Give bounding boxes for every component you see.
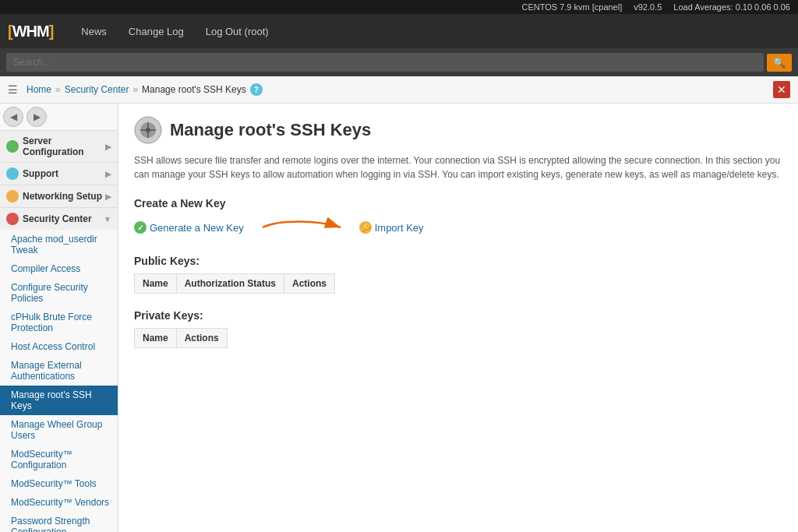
sidebar: ◀ ▶ Server Configuration ▶ Support ▶ Net… bbox=[0, 104, 118, 532]
main-layout: ◀ ▶ Server Configuration ▶ Support ▶ Net… bbox=[0, 104, 798, 532]
close-button[interactable]: ✕ bbox=[773, 81, 790, 98]
private-keys-section: Private Keys: Name Actions bbox=[134, 309, 782, 348]
sidebar-item-manage-external-authentications[interactable]: Manage External Authentications bbox=[0, 356, 118, 386]
nav-logout[interactable]: Log Out (root) bbox=[195, 14, 280, 48]
sidebar-section-header-server-config[interactable]: Server Configuration ▶ bbox=[0, 131, 118, 162]
sidebar-section-label-security: Security Center bbox=[23, 213, 92, 224]
breadcrumb-sep-2: » bbox=[132, 84, 138, 95]
import-key-link[interactable]: 🔑 Import Key bbox=[359, 221, 424, 234]
generate-key-link[interactable]: ✓ Generate a New Key bbox=[134, 221, 244, 234]
sidebar-item-cphulk-brute-force-protection[interactable]: cPHulk Brute Force Protection bbox=[0, 308, 118, 337]
sidebar-section-security: Security Center ▼ Apache mod_userdir Twe… bbox=[0, 208, 118, 532]
nav-news[interactable]: News bbox=[70, 14, 118, 48]
sidebar-item-apache-mod-userdir-tweak[interactable]: Apache mod_userdir Tweak bbox=[0, 230, 118, 259]
server-config-icon bbox=[6, 140, 19, 153]
arrow-annotation bbox=[255, 216, 348, 239]
import-label: Import Key bbox=[375, 222, 424, 234]
sidebar-back-button[interactable]: ◀ bbox=[3, 107, 23, 127]
sidebar-item-manage-root-s-ssh-keys[interactable]: Manage root's SSH Keys bbox=[0, 386, 118, 415]
logo: [WHM] bbox=[8, 23, 62, 41]
search-icon: 🔍 bbox=[773, 57, 786, 69]
security-icon bbox=[6, 213, 19, 225]
sidebar-arrow-security: ▼ bbox=[104, 215, 111, 224]
generate-icon: ✓ bbox=[134, 221, 147, 234]
server-info: CENTOS 7.9 kvm [cpanel] bbox=[521, 2, 622, 12]
logo-text: WHM bbox=[12, 23, 49, 40]
logo-bracket-right: ] bbox=[49, 23, 54, 40]
content-area: Manage root's SSH Keys SSH allows secure… bbox=[118, 104, 798, 532]
sidebar-item-manage-wheel-group-users[interactable]: Manage Wheel Group Users bbox=[0, 415, 118, 445]
sidebar-section-label-server-config: Server Configuration bbox=[23, 136, 105, 157]
private-table-col-name: Name bbox=[135, 329, 177, 348]
import-icon: 🔑 bbox=[359, 221, 372, 234]
page-header: Manage root's SSH Keys bbox=[134, 116, 782, 144]
breadcrumb-home[interactable]: Home bbox=[26, 84, 51, 95]
support-icon bbox=[6, 167, 19, 180]
sidebar-item-password-strength-configuration[interactable]: Password Strength Configuration bbox=[0, 512, 118, 532]
sidebar-section-header-networking[interactable]: Networking Setup ▶ bbox=[0, 185, 118, 207]
nav-links: News Change Log Log Out (root) bbox=[70, 14, 279, 48]
page-icon bbox=[134, 116, 162, 144]
sidebar-forward-button[interactable]: ▶ bbox=[26, 107, 47, 127]
sidebar-arrow-support: ▶ bbox=[105, 170, 111, 178]
sidebar-section-server-config: Server Configuration ▶ bbox=[0, 131, 118, 163]
sidebar-section-header-support[interactable]: Support ▶ bbox=[0, 163, 118, 185]
sidebar-item-modsecurity-vendors[interactable]: ModSecurity™ Vendors bbox=[0, 493, 118, 512]
page-title: Manage root's SSH Keys bbox=[170, 120, 371, 140]
breadcrumb-current: Manage root's SSH Keys bbox=[142, 84, 246, 95]
generate-label: Generate a New Key bbox=[150, 222, 244, 234]
public-table-col-auth: Authorization Status bbox=[176, 274, 284, 294]
header: [WHM] News Change Log Log Out (root) bbox=[0, 14, 798, 48]
breadcrumb-bar: ☰ Home » Security Center » Manage root's… bbox=[0, 76, 798, 104]
page-description: SSH allows secure file transfer and remo… bbox=[134, 153, 782, 181]
nav-changelog[interactable]: Change Log bbox=[118, 14, 195, 48]
sidebar-arrow-server-config: ▶ bbox=[105, 143, 111, 151]
create-section-title: Create a New Key bbox=[134, 197, 782, 210]
public-table-col-actions: Actions bbox=[284, 274, 335, 294]
search-bar: 🔍 bbox=[0, 48, 798, 76]
public-keys-table: Name Authorization Status Actions bbox=[134, 273, 335, 294]
sidebar-item-modsecurity-configuration[interactable]: ModSecurity™ Configuration bbox=[0, 445, 118, 474]
search-button[interactable]: 🔍 bbox=[767, 54, 792, 72]
breadcrumb-sep-1: » bbox=[55, 84, 61, 95]
svg-rect-2 bbox=[147, 122, 149, 129]
private-keys-table: Name Actions bbox=[134, 328, 228, 348]
svg-rect-5 bbox=[150, 129, 156, 131]
key-actions: ✓ Generate a New Key 🔑 Import Key bbox=[134, 216, 782, 239]
topbar: CENTOS 7.9 kvm [cpanel] v92.0.5 Load Ave… bbox=[0, 0, 798, 14]
sidebar-section-networking: Networking Setup ▶ bbox=[0, 185, 118, 208]
private-table-col-actions: Actions bbox=[176, 329, 227, 348]
menu-icon[interactable]: ☰ bbox=[8, 83, 18, 96]
public-keys-title: Public Keys: bbox=[134, 255, 782, 267]
svg-rect-3 bbox=[147, 132, 149, 138]
sidebar-section-header-security[interactable]: Security Center ▼ bbox=[0, 208, 118, 230]
sidebar-nav-controls: ◀ ▶ bbox=[0, 104, 118, 131]
sidebar-item-host-access-control[interactable]: Host Access Control bbox=[0, 337, 118, 356]
networking-icon bbox=[6, 190, 19, 203]
svg-point-6 bbox=[146, 128, 150, 132]
sidebar-section-label-support: Support bbox=[23, 168, 58, 179]
sidebar-section-support: Support ▶ bbox=[0, 163, 118, 185]
sidebar-arrow-networking: ▶ bbox=[105, 192, 111, 201]
sidebar-security-items: Apache mod_userdir TweakCompiler AccessC… bbox=[0, 230, 118, 532]
sidebar-section-label-networking: Networking Setup bbox=[23, 191, 102, 202]
help-icon[interactable]: ? bbox=[250, 83, 263, 96]
sidebar-item-configure-security-policies[interactable]: Configure Security Policies bbox=[0, 278, 118, 308]
sidebar-item-compiler-access[interactable]: Compiler Access bbox=[0, 259, 118, 278]
public-table-col-name: Name bbox=[135, 274, 177, 294]
private-keys-title: Private Keys: bbox=[134, 309, 782, 322]
load-averages: Load Averages: 0.10 0.06 0.06 bbox=[673, 2, 790, 12]
public-keys-section: Public Keys: Name Authorization Status A… bbox=[134, 255, 782, 294]
breadcrumb-section[interactable]: Security Center bbox=[65, 84, 129, 95]
search-input[interactable] bbox=[6, 53, 764, 72]
sidebar-item-modsecurity-tools[interactable]: ModSecurity™ Tools bbox=[0, 474, 118, 493]
svg-rect-4 bbox=[140, 129, 147, 131]
version-info: v92.0.5 bbox=[634, 2, 662, 12]
